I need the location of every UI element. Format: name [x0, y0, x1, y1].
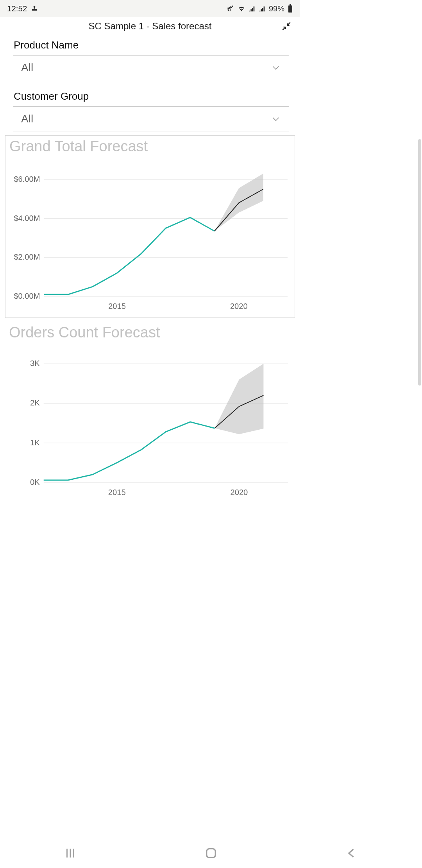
chart-body: $0.00M$2.00M$4.00M$6.00M20152020	[9, 162, 291, 314]
svg-text:$0.00M: $0.00M	[14, 292, 40, 300]
clock: 12:52	[7, 4, 27, 13]
svg-text:2015: 2015	[108, 488, 126, 497]
svg-text:$2.00M: $2.00M	[14, 253, 40, 261]
signal-2-icon	[259, 5, 266, 12]
chart-orders-count-forecast[interactable]: Orders Count Forecast 0K1K2K3K20152020	[5, 322, 295, 504]
mute-icon	[227, 5, 234, 13]
chart-title: Grand Total Forecast	[9, 138, 291, 155]
svg-text:2020: 2020	[230, 302, 248, 310]
svg-text:3K: 3K	[30, 359, 40, 368]
filter-label-customer: Customer Group	[14, 90, 289, 102]
filter-label-product: Product Name	[14, 39, 289, 51]
chart-body: 0K1K2K3K20152020	[8, 348, 292, 500]
customer-group-value: All	[21, 113, 33, 125]
chevron-down-icon	[271, 114, 281, 124]
battery-percent: 99%	[269, 4, 284, 13]
svg-text:$6.00M: $6.00M	[14, 175, 40, 183]
svg-rect-1	[290, 4, 291, 5]
status-right: 99%	[227, 4, 293, 13]
wifi-icon	[238, 5, 245, 13]
svg-text:$4.00M: $4.00M	[14, 214, 40, 222]
filter-product-name: Product Name All	[0, 35, 300, 80]
page-header: SC Sample 1 - Sales forecast	[0, 17, 300, 35]
page-title: SC Sample 1 - Sales forecast	[89, 21, 212, 32]
svg-text:2020: 2020	[230, 488, 248, 497]
svg-text:0K: 0K	[30, 478, 40, 486]
signal-1-icon	[249, 5, 256, 12]
product-name-value: All	[21, 61, 33, 74]
filter-customer-group: Customer Group All	[0, 86, 300, 131]
collapse-icon[interactable]	[281, 21, 291, 31]
battery-icon	[288, 4, 293, 13]
app-update-icon	[31, 5, 38, 12]
product-name-select[interactable]: All	[13, 55, 289, 80]
svg-text:1K: 1K	[30, 438, 40, 447]
customer-group-select[interactable]: All	[13, 106, 289, 131]
status-left: 12:52	[7, 4, 38, 13]
chevron-down-icon	[271, 63, 281, 73]
status-bar: 12:52 99%	[0, 0, 300, 17]
svg-text:2K: 2K	[30, 399, 40, 407]
svg-text:2015: 2015	[108, 302, 126, 310]
svg-rect-0	[288, 5, 292, 13]
chart-grand-total-forecast[interactable]: Grand Total Forecast $0.00M$2.00M$4.00M$…	[5, 135, 295, 318]
chart-title: Orders Count Forecast	[9, 324, 292, 341]
